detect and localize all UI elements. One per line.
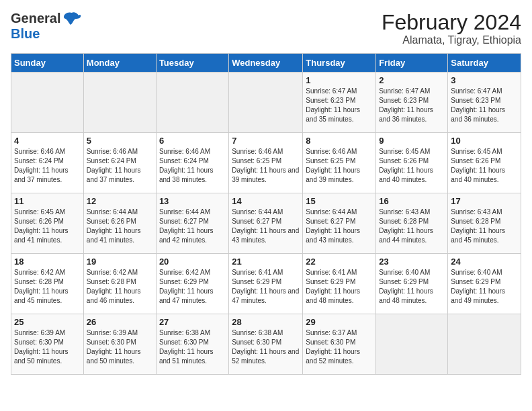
calendar-cell: 16Sunrise: 6:43 AMSunset: 6:28 PMDayligh… <box>376 193 448 254</box>
calendar-cell: 29Sunrise: 6:37 AMSunset: 6:30 PMDayligh… <box>303 314 376 375</box>
calendar-cell: 11Sunrise: 6:45 AMSunset: 6:26 PMDayligh… <box>11 193 84 254</box>
day-info: Sunrise: 6:46 AMSunset: 6:24 PMDaylight:… <box>87 147 153 185</box>
day-number: 28 <box>232 317 300 327</box>
day-info: Sunrise: 6:45 AMSunset: 6:26 PMDaylight:… <box>379 147 445 185</box>
day-info: Sunrise: 6:44 AMSunset: 6:27 PMDaylight:… <box>159 208 226 245</box>
calendar-cell: 22Sunrise: 6:41 AMSunset: 6:29 PMDayligh… <box>303 254 376 314</box>
day-info: Sunrise: 6:42 AMSunset: 6:29 PMDaylight:… <box>159 268 226 306</box>
calendar-cell: 6Sunrise: 6:46 AMSunset: 6:24 PMDaylight… <box>156 133 228 193</box>
day-number: 22 <box>306 257 373 267</box>
calendar-cell: 20Sunrise: 6:42 AMSunset: 6:29 PMDayligh… <box>156 254 228 314</box>
day-info: Sunrise: 6:39 AMSunset: 6:30 PMDaylight:… <box>14 328 81 366</box>
day-number: 29 <box>306 317 373 327</box>
calendar-cell <box>229 73 303 133</box>
day-info: Sunrise: 6:38 AMSunset: 6:30 PMDaylight:… <box>159 328 226 366</box>
weekday-header-wednesday: Wednesday <box>229 54 303 73</box>
weekday-header-thursday: Thursday <box>303 54 376 73</box>
calendar-cell: 12Sunrise: 6:44 AMSunset: 6:26 PMDayligh… <box>83 193 156 254</box>
day-info: Sunrise: 6:45 AMSunset: 6:26 PMDaylight:… <box>14 208 81 245</box>
day-number: 10 <box>451 136 518 146</box>
weekday-header-friday: Friday <box>376 54 448 73</box>
day-number: 4 <box>14 136 81 146</box>
day-info: Sunrise: 6:37 AMSunset: 6:30 PMDaylight:… <box>306 328 373 366</box>
day-number: 6 <box>159 136 226 146</box>
calendar-table: SundayMondayTuesdayWednesdayThursdayFrid… <box>11 53 521 375</box>
page-subtitle: Alamata, Tigray, Ethiopia <box>382 34 521 46</box>
day-number: 11 <box>14 196 81 206</box>
weekday-header-row: SundayMondayTuesdayWednesdayThursdayFrid… <box>11 54 521 73</box>
calendar-cell: 4Sunrise: 6:46 AMSunset: 6:24 PMDaylight… <box>11 133 84 193</box>
calendar-cell: 7Sunrise: 6:46 AMSunset: 6:25 PMDaylight… <box>229 133 303 193</box>
day-info: Sunrise: 6:47 AMSunset: 6:23 PMDaylight:… <box>306 87 373 124</box>
calendar-cell <box>376 314 448 375</box>
day-info: Sunrise: 6:46 AMSunset: 6:25 PMDaylight:… <box>232 147 300 185</box>
weekday-header-tuesday: Tuesday <box>156 54 228 73</box>
calendar-cell: 27Sunrise: 6:38 AMSunset: 6:30 PMDayligh… <box>156 314 228 375</box>
calendar-cell: 13Sunrise: 6:44 AMSunset: 6:27 PMDayligh… <box>156 193 228 254</box>
day-info: Sunrise: 6:46 AMSunset: 6:25 PMDaylight:… <box>306 147 373 185</box>
day-info: Sunrise: 6:39 AMSunset: 6:30 PMDaylight:… <box>87 328 153 366</box>
logo-blue-text: Blue <box>11 26 40 42</box>
calendar-cell: 18Sunrise: 6:42 AMSunset: 6:28 PMDayligh… <box>11 254 84 314</box>
day-number: 14 <box>232 196 300 206</box>
calendar-cell: 8Sunrise: 6:46 AMSunset: 6:25 PMDaylight… <box>303 133 376 193</box>
calendar-cell <box>83 73 156 133</box>
calendar-cell: 2Sunrise: 6:47 AMSunset: 6:23 PMDaylight… <box>376 73 448 133</box>
calendar-cell: 23Sunrise: 6:40 AMSunset: 6:29 PMDayligh… <box>376 254 448 314</box>
weekday-header-monday: Monday <box>83 54 156 73</box>
day-info: Sunrise: 6:44 AMSunset: 6:27 PMDaylight:… <box>232 208 300 245</box>
calendar-cell <box>11 73 84 133</box>
day-number: 19 <box>87 257 153 267</box>
calendar-cell: 10Sunrise: 6:45 AMSunset: 6:26 PMDayligh… <box>448 133 521 193</box>
day-number: 26 <box>87 317 153 327</box>
day-number: 3 <box>451 75 518 85</box>
logo: General Blue <box>11 11 81 42</box>
calendar-cell: 19Sunrise: 6:42 AMSunset: 6:28 PMDayligh… <box>83 254 156 314</box>
calendar-cell: 9Sunrise: 6:45 AMSunset: 6:26 PMDaylight… <box>376 133 448 193</box>
day-number: 24 <box>451 257 518 267</box>
calendar-header: SundayMondayTuesdayWednesdayThursdayFrid… <box>11 54 521 73</box>
calendar-cell: 26Sunrise: 6:39 AMSunset: 6:30 PMDayligh… <box>83 314 156 375</box>
calendar-week-row: 25Sunrise: 6:39 AMSunset: 6:30 PMDayligh… <box>11 314 521 375</box>
page-title: February 2024 <box>382 11 521 34</box>
day-info: Sunrise: 6:47 AMSunset: 6:23 PMDaylight:… <box>379 87 445 124</box>
calendar-cell: 24Sunrise: 6:40 AMSunset: 6:29 PMDayligh… <box>448 254 521 314</box>
day-info: Sunrise: 6:43 AMSunset: 6:28 PMDaylight:… <box>379 208 445 245</box>
day-number: 23 <box>379 257 445 267</box>
weekday-header-saturday: Saturday <box>448 54 521 73</box>
day-number: 15 <box>306 196 373 206</box>
calendar-week-row: 4Sunrise: 6:46 AMSunset: 6:24 PMDaylight… <box>11 133 521 193</box>
day-number: 27 <box>159 317 226 327</box>
day-number: 18 <box>14 257 81 267</box>
day-info: Sunrise: 6:44 AMSunset: 6:26 PMDaylight:… <box>87 208 153 245</box>
day-info: Sunrise: 6:40 AMSunset: 6:29 PMDaylight:… <box>451 268 518 306</box>
day-info: Sunrise: 6:46 AMSunset: 6:24 PMDaylight:… <box>14 147 81 185</box>
calendar-cell: 3Sunrise: 6:47 AMSunset: 6:23 PMDaylight… <box>448 73 521 133</box>
calendar-body: 1Sunrise: 6:47 AMSunset: 6:23 PMDaylight… <box>11 73 521 375</box>
day-number: 17 <box>451 196 518 206</box>
day-number: 9 <box>379 136 445 146</box>
day-info: Sunrise: 6:45 AMSunset: 6:26 PMDaylight:… <box>451 147 518 185</box>
calendar-cell: 1Sunrise: 6:47 AMSunset: 6:23 PMDaylight… <box>303 73 376 133</box>
day-number: 8 <box>306 136 373 146</box>
day-number: 16 <box>379 196 445 206</box>
day-number: 21 <box>232 257 300 267</box>
day-number: 25 <box>14 317 81 327</box>
calendar-cell <box>448 314 521 375</box>
logo-general-text: General <box>11 11 60 26</box>
day-info: Sunrise: 6:40 AMSunset: 6:29 PMDaylight:… <box>379 268 445 306</box>
calendar-cell: 17Sunrise: 6:43 AMSunset: 6:28 PMDayligh… <box>448 193 521 254</box>
day-number: 12 <box>87 196 153 206</box>
calendar-week-row: 11Sunrise: 6:45 AMSunset: 6:26 PMDayligh… <box>11 193 521 254</box>
day-info: Sunrise: 6:47 AMSunset: 6:23 PMDaylight:… <box>451 87 518 124</box>
day-number: 7 <box>232 136 300 146</box>
day-info: Sunrise: 6:42 AMSunset: 6:28 PMDaylight:… <box>87 268 153 306</box>
calendar-week-row: 1Sunrise: 6:47 AMSunset: 6:23 PMDaylight… <box>11 73 521 133</box>
page-header: General Blue February 2024 Alamata, Tigr… <box>11 11 521 46</box>
day-number: 20 <box>159 257 226 267</box>
calendar-cell: 25Sunrise: 6:39 AMSunset: 6:30 PMDayligh… <box>11 314 84 375</box>
calendar-cell: 21Sunrise: 6:41 AMSunset: 6:29 PMDayligh… <box>229 254 303 314</box>
calendar-cell: 14Sunrise: 6:44 AMSunset: 6:27 PMDayligh… <box>229 193 303 254</box>
day-number: 2 <box>379 75 445 85</box>
calendar-cell <box>156 73 228 133</box>
